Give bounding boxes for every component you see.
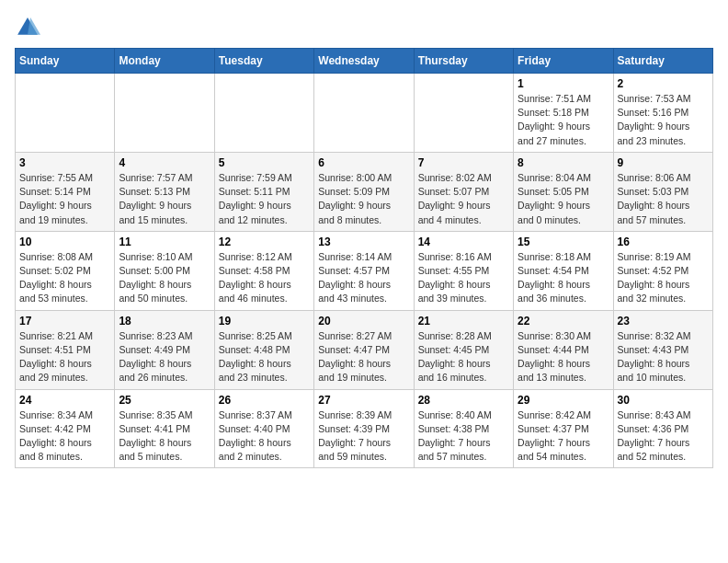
day-cell (115, 74, 214, 153)
day-info: Sunrise: 7:55 AM Sunset: 5:14 PM Dayligh… (19, 171, 110, 227)
day-number: 28 (418, 394, 509, 407)
day-info: Sunrise: 7:53 AM Sunset: 5:16 PM Dayligh… (618, 92, 709, 148)
week-row-2: 3Sunrise: 7:55 AM Sunset: 5:14 PM Daylig… (16, 152, 713, 231)
week-row-4: 17Sunrise: 8:21 AM Sunset: 4:51 PM Dayli… (16, 310, 713, 389)
day-cell: 9Sunrise: 8:06 AM Sunset: 5:03 PM Daylig… (613, 152, 712, 231)
day-header-saturday: Saturday (613, 49, 712, 74)
day-cell: 16Sunrise: 8:19 AM Sunset: 4:52 PM Dayli… (613, 231, 712, 310)
day-header-tuesday: Tuesday (214, 49, 313, 74)
day-info: Sunrise: 8:00 AM Sunset: 5:09 PM Dayligh… (318, 171, 409, 227)
day-number: 6 (318, 156, 409, 169)
day-cell (414, 74, 513, 153)
day-number: 8 (518, 156, 609, 169)
day-cell: 25Sunrise: 8:35 AM Sunset: 4:41 PM Dayli… (115, 389, 214, 468)
day-number: 7 (418, 156, 509, 169)
calendar-header-row: SundayMondayTuesdayWednesdayThursdayFrid… (16, 49, 713, 74)
day-cell: 29Sunrise: 8:42 AM Sunset: 4:37 PM Dayli… (514, 389, 613, 468)
day-cell: 24Sunrise: 8:34 AM Sunset: 4:42 PM Dayli… (16, 389, 115, 468)
day-cell (214, 74, 313, 153)
day-cell: 13Sunrise: 8:14 AM Sunset: 4:57 PM Dayli… (314, 231, 414, 310)
day-info: Sunrise: 8:14 AM Sunset: 4:57 PM Dayligh… (318, 250, 409, 306)
day-cell: 21Sunrise: 8:28 AM Sunset: 4:45 PM Dayli… (414, 310, 513, 389)
day-cell: 6Sunrise: 8:00 AM Sunset: 5:09 PM Daylig… (314, 152, 414, 231)
day-info: Sunrise: 8:06 AM Sunset: 5:03 PM Dayligh… (618, 171, 709, 227)
day-info: Sunrise: 8:10 AM Sunset: 5:00 PM Dayligh… (119, 250, 210, 306)
week-row-5: 24Sunrise: 8:34 AM Sunset: 4:42 PM Dayli… (16, 389, 713, 468)
day-number: 14 (418, 236, 509, 248)
day-info: Sunrise: 8:23 AM Sunset: 4:49 PM Dayligh… (119, 329, 210, 385)
day-info: Sunrise: 7:57 AM Sunset: 5:13 PM Dayligh… (119, 171, 210, 227)
day-cell: 14Sunrise: 8:16 AM Sunset: 4:55 PM Dayli… (414, 231, 513, 310)
day-info: Sunrise: 8:39 AM Sunset: 4:39 PM Dayligh… (318, 408, 409, 465)
day-info: Sunrise: 8:27 AM Sunset: 4:47 PM Dayligh… (318, 329, 409, 385)
day-cell: 3Sunrise: 7:55 AM Sunset: 5:14 PM Daylig… (16, 152, 115, 231)
day-info: Sunrise: 8:30 AM Sunset: 4:44 PM Dayligh… (518, 329, 609, 385)
day-info: Sunrise: 8:32 AM Sunset: 4:43 PM Dayligh… (618, 329, 709, 385)
day-cell: 28Sunrise: 8:40 AM Sunset: 4:38 PM Dayli… (414, 389, 513, 468)
day-header-wednesday: Wednesday (314, 49, 414, 74)
day-number: 9 (618, 156, 709, 169)
day-cell: 8Sunrise: 8:04 AM Sunset: 5:05 PM Daylig… (514, 152, 613, 231)
day-number: 18 (119, 315, 210, 327)
day-info: Sunrise: 8:37 AM Sunset: 4:40 PM Dayligh… (219, 408, 310, 465)
day-number: 11 (119, 236, 210, 248)
day-cell: 20Sunrise: 8:27 AM Sunset: 4:47 PM Dayli… (314, 310, 414, 389)
day-cell: 26Sunrise: 8:37 AM Sunset: 4:40 PM Dayli… (214, 389, 313, 468)
day-cell: 23Sunrise: 8:32 AM Sunset: 4:43 PM Dayli… (613, 310, 712, 389)
day-cell (314, 74, 414, 153)
day-number: 21 (418, 315, 509, 327)
day-number: 27 (318, 394, 409, 407)
day-number: 1 (518, 77, 609, 90)
day-info: Sunrise: 8:21 AM Sunset: 4:51 PM Dayligh… (19, 329, 110, 385)
day-info: Sunrise: 8:08 AM Sunset: 5:02 PM Dayligh… (19, 250, 110, 306)
day-number: 20 (318, 315, 409, 327)
day-cell: 27Sunrise: 8:39 AM Sunset: 4:39 PM Dayli… (314, 389, 414, 468)
day-info: Sunrise: 8:25 AM Sunset: 4:48 PM Dayligh… (219, 329, 310, 385)
day-info: Sunrise: 7:51 AM Sunset: 5:18 PM Dayligh… (518, 92, 609, 148)
calendar-table: SundayMondayTuesdayWednesdayThursdayFrid… (15, 48, 713, 468)
day-info: Sunrise: 8:28 AM Sunset: 4:45 PM Dayligh… (418, 329, 509, 385)
day-info: Sunrise: 8:19 AM Sunset: 4:52 PM Dayligh… (618, 250, 709, 306)
day-info: Sunrise: 7:59 AM Sunset: 5:11 PM Dayligh… (219, 171, 310, 227)
day-cell: 10Sunrise: 8:08 AM Sunset: 5:02 PM Dayli… (16, 231, 115, 310)
day-cell: 30Sunrise: 8:43 AM Sunset: 4:36 PM Dayli… (613, 389, 712, 468)
day-number: 12 (219, 236, 310, 248)
day-number: 29 (518, 394, 609, 407)
day-number: 4 (119, 156, 210, 169)
day-cell (16, 74, 115, 153)
day-number: 24 (19, 394, 110, 407)
day-info: Sunrise: 8:40 AM Sunset: 4:38 PM Dayligh… (418, 408, 509, 465)
day-info: Sunrise: 8:43 AM Sunset: 4:36 PM Dayligh… (618, 408, 709, 465)
day-info: Sunrise: 8:16 AM Sunset: 4:55 PM Dayligh… (418, 250, 509, 306)
day-cell: 19Sunrise: 8:25 AM Sunset: 4:48 PM Dayli… (214, 310, 313, 389)
day-header-monday: Monday (115, 49, 214, 74)
day-number: 25 (119, 394, 210, 407)
day-info: Sunrise: 8:12 AM Sunset: 4:58 PM Dayligh… (219, 250, 310, 306)
page-header (15, 15, 713, 40)
day-info: Sunrise: 8:35 AM Sunset: 4:41 PM Dayligh… (119, 408, 210, 465)
day-number: 26 (219, 394, 310, 407)
week-row-3: 10Sunrise: 8:08 AM Sunset: 5:02 PM Dayli… (16, 231, 713, 310)
day-number: 16 (618, 236, 709, 248)
day-cell: 2Sunrise: 7:53 AM Sunset: 5:16 PM Daylig… (613, 74, 712, 153)
day-cell: 1Sunrise: 7:51 AM Sunset: 5:18 PM Daylig… (514, 74, 613, 153)
day-cell: 11Sunrise: 8:10 AM Sunset: 5:00 PM Dayli… (115, 231, 214, 310)
day-number: 2 (618, 77, 709, 90)
day-info: Sunrise: 8:34 AM Sunset: 4:42 PM Dayligh… (19, 408, 110, 465)
day-number: 3 (19, 156, 110, 169)
day-number: 23 (618, 315, 709, 327)
logo (15, 15, 44, 40)
day-cell: 18Sunrise: 8:23 AM Sunset: 4:49 PM Dayli… (115, 310, 214, 389)
week-row-1: 1Sunrise: 7:51 AM Sunset: 5:18 PM Daylig… (16, 74, 713, 153)
day-number: 17 (19, 315, 110, 327)
day-number: 22 (518, 315, 609, 327)
day-number: 19 (219, 315, 310, 327)
day-number: 13 (318, 236, 409, 248)
day-cell: 4Sunrise: 7:57 AM Sunset: 5:13 PM Daylig… (115, 152, 214, 231)
day-cell: 7Sunrise: 8:02 AM Sunset: 5:07 PM Daylig… (414, 152, 513, 231)
day-cell: 22Sunrise: 8:30 AM Sunset: 4:44 PM Dayli… (514, 310, 613, 389)
day-info: Sunrise: 8:42 AM Sunset: 4:37 PM Dayligh… (518, 408, 609, 465)
day-number: 10 (19, 236, 110, 248)
day-cell: 15Sunrise: 8:18 AM Sunset: 4:54 PM Dayli… (514, 231, 613, 310)
day-cell: 5Sunrise: 7:59 AM Sunset: 5:11 PM Daylig… (214, 152, 313, 231)
